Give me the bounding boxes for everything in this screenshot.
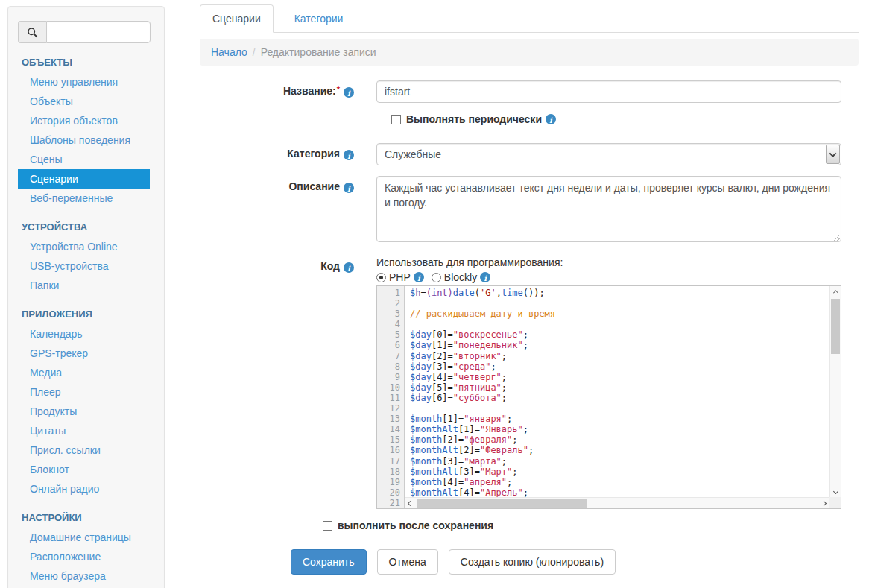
- name-info-icon[interactable]: [344, 87, 354, 98]
- sidebar-item[interactable]: Сцены: [18, 150, 150, 169]
- editor-horizontal-scrollbar[interactable]: [405, 497, 829, 508]
- breadcrumb-home-link[interactable]: Начало: [211, 46, 247, 58]
- save-button[interactable]: Сохранить: [291, 549, 367, 575]
- editor-code-area[interactable]: $h=(int)date('G',time());// раскидываем …: [405, 286, 829, 497]
- scrollbar-corner: [829, 497, 841, 508]
- name-input[interactable]: [376, 80, 841, 103]
- sidebar-item[interactable]: Папки: [18, 276, 150, 295]
- line-number: 7: [377, 351, 400, 361]
- sidebar-item[interactable]: Веб-переменные: [18, 189, 150, 208]
- tab-categories[interactable]: Категории: [282, 5, 356, 32]
- line-number: 10: [377, 382, 400, 393]
- breadcrumb: Начало/Редактирование записи: [200, 39, 859, 66]
- scroll-up-button[interactable]: [830, 286, 841, 297]
- sidebar-item[interactable]: USB-устройства: [18, 256, 150, 276]
- chevron-down-icon: [829, 150, 837, 157]
- category-select[interactable]: Служебные: [376, 143, 841, 165]
- code-line: $monthAlt[3]="Март";: [410, 467, 829, 477]
- code-token: ;: [507, 414, 512, 424]
- code-info-icon[interactable]: [344, 262, 354, 273]
- vertical-scroll-thumb[interactable]: [831, 299, 840, 354]
- line-number: 15: [377, 434, 400, 445]
- code-token: time: [502, 288, 523, 298]
- blockly-radio-label[interactable]: Blockly: [444, 271, 477, 283]
- cancel-button[interactable]: Отмена: [377, 549, 438, 575]
- scroll-right-button[interactable]: [818, 498, 829, 509]
- sidebar-item[interactable]: Плеер: [18, 382, 150, 402]
- breadcrumb-current: Редактирование записи: [261, 46, 376, 58]
- code-token: $monthAlt: [410, 467, 458, 477]
- horizontal-scroll-thumb[interactable]: [417, 499, 587, 508]
- sidebar-item[interactable]: История объектов: [18, 111, 150, 130]
- sidebar: ОБЪЕКТЫМеню управленияОбъектыИстория объ…: [7, 6, 165, 588]
- periodic-checkbox-label[interactable]: Выполнять периодически: [406, 113, 542, 125]
- php-info-icon[interactable]: [414, 272, 424, 282]
- code-token: ;: [523, 329, 528, 340]
- tab-scenarios[interactable]: Сценарии: [200, 4, 274, 33]
- sidebar-item[interactable]: GPS-трекер: [18, 344, 150, 363]
- blockly-radio[interactable]: [432, 273, 441, 282]
- sidebar-item[interactable]: Сценарии: [18, 169, 150, 189]
- code-token: "Март": [480, 467, 512, 477]
- code-token: 'G': [480, 288, 496, 298]
- sidebar-item[interactable]: Устройства Online: [18, 237, 150, 256]
- php-radio[interactable]: [376, 273, 386, 282]
- sidebar-item[interactable]: Цитаты: [18, 421, 150, 440]
- horizontal-scroll-track[interactable]: [416, 498, 818, 509]
- sidebar-item[interactable]: Блокнот: [18, 460, 150, 479]
- sidebar-item[interactable]: Продукты: [18, 402, 150, 421]
- php-radio-label[interactable]: PHP: [389, 271, 411, 283]
- breadcrumb-separator: /: [253, 46, 256, 58]
- code-token: ;: [512, 467, 517, 477]
- code-line: $month[1]="января";: [410, 414, 829, 424]
- code-line: // раскидываем дату и время: [410, 309, 829, 319]
- search-icon: [27, 27, 38, 38]
- run-after-save-label[interactable]: выполнить после сохранения: [338, 519, 493, 531]
- code-token: $day: [410, 393, 432, 403]
- sidebar-item[interactable]: Домашние страницы: [18, 528, 150, 547]
- sidebar-nav: ОБЪЕКТЫМеню управленияОбъектыИстория объ…: [8, 57, 164, 586]
- clone-button[interactable]: Создать копию (клонировать): [449, 549, 616, 575]
- code-token: ;: [490, 361, 496, 372]
- sidebar-item[interactable]: Меню управления: [18, 72, 150, 92]
- run-after-save-checkbox[interactable]: [323, 521, 332, 531]
- line-number: 18: [377, 467, 400, 477]
- code-token: (: [475, 288, 480, 298]
- tab-bar: Сценарии Категории: [200, 4, 859, 33]
- scroll-down-button[interactable]: [830, 486, 841, 497]
- sidebar-item[interactable]: Онлайн радио: [18, 479, 150, 499]
- chevron-up-icon: [833, 290, 838, 295]
- code-mode-caption: Использовать для программирования:: [376, 256, 841, 270]
- description-info-icon[interactable]: [344, 183, 354, 193]
- code-token: ());: [523, 288, 545, 298]
- sidebar-item[interactable]: Шаблоны поведения: [18, 130, 150, 150]
- line-number: 6: [377, 340, 400, 350]
- sidebar-item[interactable]: Медиа: [18, 363, 150, 382]
- line-number: 8: [377, 361, 400, 372]
- sidebar-item[interactable]: Меню браузера: [18, 566, 150, 586]
- code-token: =: [420, 288, 426, 298]
- code-token: "Январь": [480, 424, 523, 434]
- editor-vertical-scrollbar[interactable]: [829, 286, 841, 497]
- required-mark: *: [337, 85, 340, 94]
- code-token: "четверг": [453, 372, 502, 382]
- periodic-info-icon[interactable]: [546, 114, 556, 124]
- blockly-info-icon[interactable]: [480, 272, 490, 282]
- scroll-left-button[interactable]: [405, 498, 416, 509]
- code-line: [410, 298, 829, 309]
- code-token: $day: [410, 382, 432, 393]
- code-line: [410, 403, 829, 414]
- code-token: [2]=: [458, 445, 480, 455]
- category-info-icon[interactable]: [344, 150, 354, 160]
- category-select-button[interactable]: [826, 145, 840, 164]
- main-content: Сценарии Категории Начало/Редактирование…: [200, 4, 859, 575]
- periodic-checkbox[interactable]: [391, 115, 401, 124]
- search-input[interactable]: [46, 21, 151, 43]
- code-token: "Февраль": [480, 445, 528, 455]
- sidebar-item[interactable]: Присл. ссылки: [18, 440, 150, 460]
- description-textarea[interactable]: Каждый час устанавливает текст дня недел…: [376, 176, 841, 242]
- sidebar-item[interactable]: Расположение: [18, 547, 150, 566]
- sidebar-item[interactable]: Объекты: [18, 92, 150, 111]
- sidebar-item[interactable]: Календарь: [18, 324, 150, 344]
- code-token: "воскресенье": [453, 329, 523, 340]
